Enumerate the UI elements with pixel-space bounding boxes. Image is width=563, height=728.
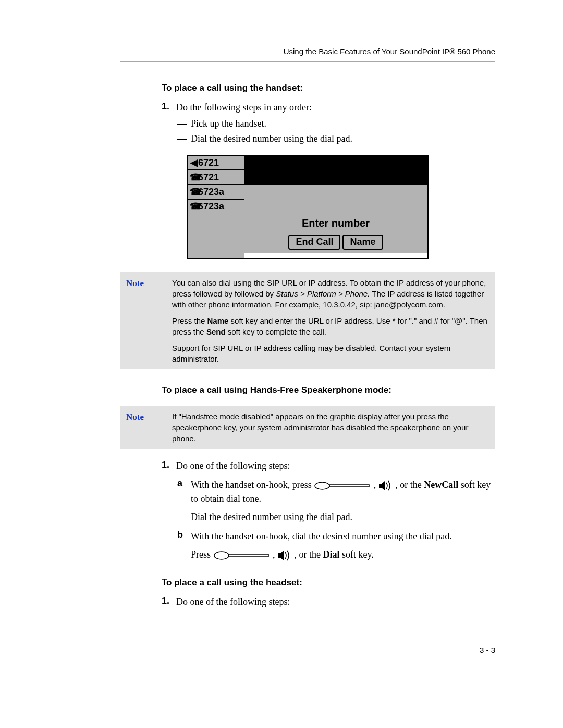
substep-a: a With the handset on-hook, press , , or… — [177, 478, 495, 506]
phone-icon: ☎ — [190, 170, 198, 184]
step-1: 1. Do the following steps in any order: — [162, 101, 495, 114]
display-blank — [188, 213, 244, 258]
text: With the handset on-hook, press — [191, 479, 314, 490]
text: , or the — [295, 549, 323, 560]
note-text: soft key to complete the call. — [226, 327, 326, 336]
text: , or the — [395, 479, 424, 490]
note-text: If "Handsfree mode disabled" appears on … — [172, 411, 489, 444]
step-number: 1. — [162, 460, 176, 473]
note-label: Note — [126, 277, 172, 364]
display-prompt: Enter number — [244, 214, 427, 232]
svg-point-2 — [214, 552, 229, 559]
svg-point-0 — [315, 482, 329, 489]
line-key-4: ☎6723a — [188, 200, 244, 213]
step-number: 1. — [162, 596, 176, 609]
note-bold: Name — [207, 316, 229, 325]
step-number: 1. — [162, 101, 176, 114]
header-rule — [120, 61, 495, 62]
display-mid — [244, 185, 427, 214]
line-key-1: ◀6721 — [188, 156, 244, 170]
heading-handset: To place a call using the handset: — [162, 83, 495, 93]
text: , — [374, 479, 378, 490]
bullet-pickup: — Pick up the handset. — [177, 118, 495, 129]
speaker-icon — [277, 550, 292, 561]
text: Press — [191, 549, 213, 560]
step-1: 1. Do one of the following steps: — [162, 460, 495, 473]
note-body: If "Handsfree mode disabled" appears on … — [172, 411, 489, 444]
text: , — [273, 549, 277, 560]
bullet-dial: — Dial the desired number using the dial… — [177, 133, 495, 144]
line-label: 6721 — [198, 156, 219, 169]
note-bold: Send — [206, 327, 226, 336]
page-number: 3 - 3 — [120, 646, 495, 655]
phone-icon: ☎ — [190, 200, 198, 213]
note-path: Status > Platform > Phone. — [276, 289, 370, 298]
substep-body: With the handset on-hook, press , , or t… — [191, 478, 495, 506]
display-inverse-area — [244, 156, 427, 185]
substep-body: With the handset on-hook, dial the desir… — [191, 529, 495, 544]
substep-a-cont: Dial the desired number using the dial p… — [191, 510, 495, 524]
step-text: Do one of the following steps: — [176, 460, 495, 473]
phone-display: ◀6721 ☎6721 ☎6723a ☎6723a Enter number E… — [187, 155, 429, 259]
line-label: 6721 — [198, 170, 219, 184]
arrow-left-icon: ◀ — [190, 156, 198, 169]
softkey-row: End Call Name — [244, 232, 427, 253]
line-key-2: ☎6721 — [188, 170, 244, 185]
line-key-icon — [213, 551, 271, 560]
svg-rect-3 — [229, 554, 268, 557]
step-text: Do the following steps in any order: — [176, 101, 495, 114]
running-header: Using the Basic Features of Your SoundPo… — [120, 47, 495, 56]
note-sip-url: Note You can also dial using the SIP URL… — [120, 272, 495, 369]
note-text: Press the — [172, 316, 207, 325]
line-key-3: ☎6723a — [188, 185, 244, 200]
bullet-text: Pick up the handset. — [191, 118, 266, 129]
substep-b-cont: Press , , or the Dial soft key. — [191, 548, 495, 562]
text: soft key. — [340, 549, 374, 560]
dash-icon: — — [177, 118, 191, 129]
step-1: 1. Do one of the following steps: — [162, 596, 495, 609]
substep-label: b — [177, 529, 191, 544]
dash-icon: — — [177, 133, 191, 144]
note-text: Support for SIP URL or IP address callin… — [172, 342, 489, 364]
bullet-text: Dial the desired number using the dial p… — [191, 133, 352, 144]
note-label: Note — [126, 411, 172, 444]
svg-rect-1 — [329, 485, 369, 487]
note-handsfree-disabled: Note If "Handsfree mode disabled" appear… — [120, 406, 495, 449]
phone-icon: ☎ — [190, 185, 198, 199]
text-bold: NewCall — [424, 479, 458, 490]
step-text: Do one of the following steps: — [176, 596, 495, 609]
softkey-end-call: End Call — [288, 235, 340, 250]
substep-label: a — [177, 478, 191, 506]
softkey-name: Name — [342, 235, 383, 250]
line-key-icon — [314, 481, 371, 490]
heading-speakerphone: To place a call using Hands-Free Speaker… — [162, 385, 495, 396]
speaker-icon — [378, 480, 393, 491]
line-label: 6723a — [198, 185, 224, 199]
substep-b: b With the handset on-hook, dial the des… — [177, 529, 495, 544]
text-bold: Dial — [323, 549, 340, 560]
heading-headset: To place a call using the headset: — [162, 577, 495, 588]
line-label: 6723a — [198, 200, 224, 213]
note-body: You can also dial using the SIP URL or I… — [172, 277, 489, 364]
